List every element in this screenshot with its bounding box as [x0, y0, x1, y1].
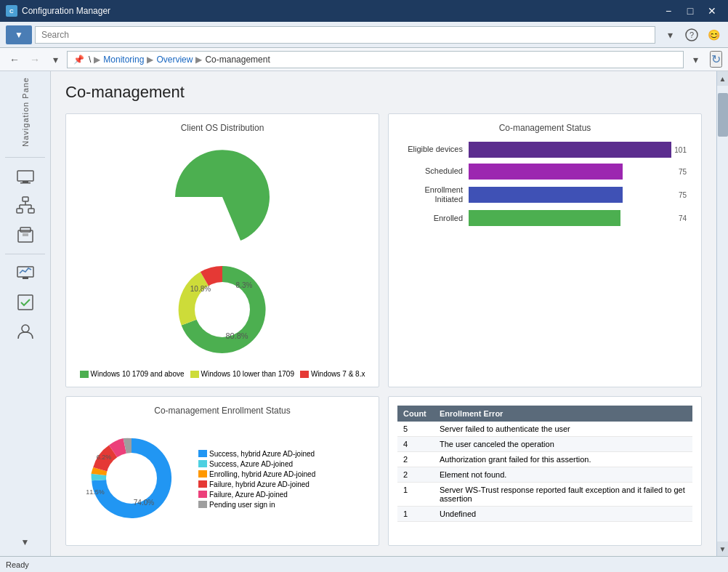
scroll-track [717, 86, 728, 541]
dropdown-arrow-button[interactable]: ▾ [661, 26, 679, 44]
table-row: 1Server WS-Trust response reported fault… [397, 483, 692, 507]
error-cell: Element not found. [434, 467, 692, 483]
svg-rect-4 [17, 171, 33, 181]
minimize-button[interactable]: − [658, 4, 679, 18]
enrollment-legend: Success, hybrid Azure AD-joined Success,… [198, 450, 315, 509]
search-input[interactable] [35, 26, 655, 44]
breadcrumb-sep-2: ▶ [147, 55, 153, 65]
count-cell: 2 [397, 467, 434, 483]
bottom-row: Co-management Enrollment Status [65, 396, 702, 546]
content-panel: Co-management Client OS Distribution [51, 71, 716, 556]
pink-pct: 6.2% [97, 454, 112, 461]
legend-orange-box [198, 470, 207, 478]
legend-failure-hybrid-label: Failure, hybrid Azure AD-joined [209, 480, 310, 488]
breadcrumb-sep-3: ▶ [195, 55, 202, 65]
bar-chart: Eligible devices 101 Scheduled 75 [397, 139, 692, 235]
nav-icon-devices[interactable] [12, 164, 39, 190]
svg-rect-7 [23, 197, 28, 201]
bar-row-enrollment: Enrollment Initiated 75 [403, 185, 687, 204]
legend-win10-below-label: Windows 10 lower than 1709 [201, 370, 294, 378]
table-row: 1Undefined [397, 507, 692, 522]
yellow-pct-label: 10.8% [190, 285, 211, 293]
green-pct-label: 80.8% [225, 331, 248, 340]
error-cell: The user canceled the operation [434, 437, 692, 452]
bar-fill-enrollment [469, 187, 623, 203]
back-button[interactable]: ← [6, 51, 23, 68]
nav-bar: ← → ▾ 📌 \ ▶ Monitoring ▶ Overview ▶ Co-m… [0, 48, 728, 71]
scroll-down-button[interactable]: ▼ [717, 541, 729, 556]
legend-azure-success: Success, Azure AD-joined [198, 460, 315, 468]
client-os-legend: Windows 10 1709 and above Windows 10 low… [80, 370, 365, 378]
forward-button[interactable]: → [26, 51, 44, 68]
error-header: Enrollment Error [434, 406, 692, 422]
error-cell: Server failed to authenticate the user [434, 422, 692, 437]
menu-dropdown-icon: ▼ [15, 30, 23, 40]
legend-pink-box [198, 491, 207, 498]
nav-icon-network[interactable] [12, 193, 39, 219]
bar-label-enrollment: Enrollment Initiated [403, 185, 469, 204]
refresh-button[interactable]: ↻ [710, 51, 722, 68]
maximize-button[interactable]: □ [680, 4, 700, 18]
top-cards-grid: Client OS Distribution [65, 113, 702, 387]
legend-failure-azure: Failure, Azure AD-joined [198, 491, 315, 499]
enrollment-donut-wrapper: 74.0% 11.5% 6.2% [75, 422, 191, 536]
nav-separator-2 [5, 254, 45, 254]
bar-track-eligible [469, 142, 671, 158]
scroll-up-button[interactable]: ▲ [717, 71, 729, 86]
error-cell: Undefined [434, 507, 692, 522]
breadcrumb-bar: 📌 \ ▶ Monitoring ▶ Overview ▶ Co-managem… [67, 51, 684, 68]
legend-red-box [300, 371, 309, 378]
count-cell: 1 [397, 507, 434, 522]
status-bar: Ready [0, 556, 728, 572]
user-button[interactable]: 😊 [705, 26, 722, 44]
enrollment-donut-hole [106, 453, 157, 504]
nav-collapse-button[interactable]: ▼ [18, 534, 33, 550]
nav-separator-1 [5, 157, 45, 158]
legend-yellow-box [190, 371, 199, 378]
nav-icon-users[interactable] [12, 318, 39, 345]
enrollment-errors-card: Count Enrollment Error 5Server failed to… [388, 396, 702, 546]
scroll-thumb[interactable] [718, 93, 728, 137]
error-cell: Server WS-Trust response reported fault … [434, 483, 692, 507]
svg-text:?: ? [689, 31, 694, 39]
breadcrumb-dropdown-button[interactable]: ▾ [687, 51, 704, 68]
client-os-donut-svg [157, 139, 288, 255]
bar-row-scheduled: Scheduled 75 [403, 164, 687, 180]
breadcrumb-overview[interactable]: Overview [156, 55, 193, 65]
table-row: 2Authorization grant failed for this ass… [397, 452, 692, 467]
legend-enrolling-hybrid-label: Enrolling, hybrid Azure AD-joined [209, 470, 315, 478]
enrollment-errors-table: Count Enrollment Error 5Server failed to… [397, 406, 692, 522]
nav-icon-monitor[interactable] [12, 260, 39, 286]
close-button[interactable]: ✕ [702, 4, 722, 18]
legend-win10-above: Windows 10 1709 and above [80, 370, 185, 378]
client-os-card: Client OS Distribution [65, 113, 379, 387]
window-controls: − □ ✕ [658, 4, 722, 18]
breadcrumb-current: Co-management [205, 55, 270, 65]
svg-rect-16 [23, 233, 28, 236]
help-button[interactable]: ? [683, 26, 700, 44]
main-container: Navigation Pane ▼ Co-management [0, 71, 728, 556]
count-header: Count [397, 406, 434, 422]
app-icon: C [6, 5, 17, 17]
nav-dropdown-button[interactable]: ▾ [46, 51, 64, 68]
bar-track-enrolled [469, 210, 676, 226]
breadcrumb-monitoring[interactable]: Monitoring [103, 55, 144, 65]
right-scrollbar: ▲ ▼ [716, 71, 728, 556]
breadcrumb-root: \ [89, 55, 91, 65]
svg-rect-9 [28, 209, 34, 213]
legend-enrolling-hybrid: Enrolling, hybrid Azure AD-joined [198, 470, 315, 478]
bar-value-scheduled: 75 [679, 168, 687, 176]
client-os-donut: 10.8% 8.3% 80.8% Windows 10 1709 and abo… [75, 139, 370, 378]
comanagement-status-card: Co-management Status Eligible devices 10… [388, 113, 702, 387]
menu-dropdown-button[interactable]: ▼ [6, 25, 32, 44]
donut-svg-final: 10.8% 8.3% 80.8% [164, 255, 280, 364]
count-cell: 2 [397, 452, 434, 467]
enrollment-status-title: Co-management Enrollment Status [75, 406, 370, 416]
nav-icon-compliance[interactable] [12, 289, 39, 315]
enrollment-donut-and-legend: 74.0% 11.5% 6.2% Success, hybrid Azure A… [75, 422, 370, 536]
legend-hybrid-success: Success, hybrid Azure AD-joined [198, 450, 315, 458]
legend-failure-azure-label: Failure, Azure AD-joined [209, 491, 288, 499]
content-scroll[interactable]: Co-management Client OS Distribution [51, 71, 716, 556]
nav-icon-packages[interactable] [12, 222, 39, 248]
bar-track-enrollment [469, 187, 676, 203]
